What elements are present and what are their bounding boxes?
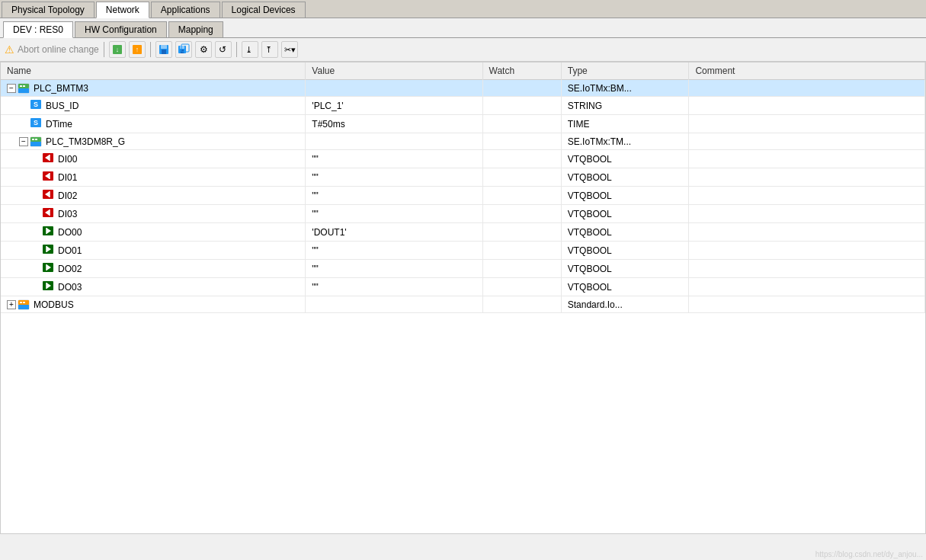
cell-comment (689, 187, 925, 205)
svg-rect-28 (32, 139, 34, 140)
tab-hw-configuration[interactable]: HW Configuration (75, 21, 167, 37)
cell-comment (689, 278, 925, 296)
toolbar-btn-tools[interactable]: ✂▾ (281, 41, 298, 58)
cell-value: "" (306, 187, 482, 205)
cell-name: DI00 (1, 150, 306, 168)
cell-watch (482, 223, 561, 242)
cell-name: DO02 (1, 260, 306, 278)
svg-text:↺: ↺ (219, 44, 226, 55)
svg-text:S: S (34, 119, 38, 126)
svg-text:S: S (34, 101, 38, 108)
cell-watch (482, 260, 561, 278)
cell-name: DO01 (1, 242, 306, 260)
cell-value: "" (306, 260, 482, 278)
expand-placeholder (31, 228, 40, 237)
collapse-btn[interactable]: − (7, 84, 16, 93)
cell-name: DI01 (1, 168, 306, 187)
table-row[interactable]: DO01""VTQBOOL (1, 242, 925, 260)
svg-rect-27 (30, 142, 41, 146)
var-in-icon (42, 206, 54, 221)
cell-comment (689, 115, 925, 133)
cell-watch (482, 80, 561, 97)
cell-watch (482, 205, 561, 223)
cell-type: SE.IoTMx:BM... (561, 80, 689, 97)
toolbar-btn-save2[interactable] (175, 41, 192, 58)
cell-value: "" (306, 168, 482, 187)
main-content: Name Value Watch Type Comment − PLC_BMTM… (0, 62, 926, 534)
str-icon: S (30, 98, 42, 113)
table-row[interactable]: S DTimeT#50msTIME (1, 115, 925, 133)
cell-name-text: MODBUS (34, 299, 74, 310)
toolbar-btn-expand[interactable]: ⤓ (242, 41, 258, 58)
cell-comment (689, 168, 925, 187)
table-row[interactable]: DI00""VTQBOOL (1, 150, 925, 168)
sub-tab-bar: DEV : RES0 HW Configuration Mapping (0, 18, 926, 38)
cell-value (306, 133, 482, 150)
table-row[interactable]: − PLC_TM3DM8R_GSE.IoTMx:TM... (1, 133, 925, 150)
expand-placeholder (31, 173, 40, 182)
tab-mapping[interactable]: Mapping (168, 21, 223, 37)
tab-network[interactable]: Network (96, 2, 149, 18)
var-in-icon (42, 188, 54, 203)
svg-text:↓: ↓ (116, 46, 120, 53)
table-row[interactable]: DO02""VTQBOOL (1, 260, 925, 278)
svg-rect-56 (18, 305, 29, 309)
toolbar-btn-export[interactable]: ↑ (129, 41, 146, 58)
cell-comment (689, 223, 925, 242)
tab-logical-devices[interactable]: Logical Devices (222, 2, 306, 18)
cell-value: "" (306, 150, 482, 168)
toolbar-btn-import[interactable]: ↓ (109, 41, 126, 58)
cell-type: VTQBOOL (561, 187, 689, 205)
cell-watch (482, 296, 561, 313)
var-in-icon (42, 152, 54, 166)
cell-watch (482, 278, 561, 296)
cell-name-text: PLC_BMTM3 (34, 83, 88, 94)
table-row[interactable]: DI01""VTQBOOL (1, 168, 925, 187)
svg-rect-29 (35, 139, 37, 140)
table-row[interactable]: S BUS_ID'PLC_1'STRING (1, 97, 925, 115)
toolbar-btn-save[interactable] (155, 41, 172, 58)
table-row[interactable]: DI03""VTQBOOL (1, 205, 925, 223)
cell-name: DO03 (1, 278, 306, 296)
svg-rect-19 (20, 85, 22, 87)
svg-text:⚙: ⚙ (200, 44, 208, 55)
separator-3 (236, 42, 237, 57)
expand-placeholder (19, 101, 28, 110)
cell-watch (482, 187, 561, 205)
cell-comment (689, 150, 925, 168)
col-header-type: Type (561, 62, 689, 80)
cell-comment (689, 260, 925, 278)
cell-comment (689, 296, 925, 313)
table-row[interactable]: DO00'DOUT1'VTQBOOL (1, 223, 925, 242)
toolbar-btn-collapse[interactable]: ⤒ (261, 41, 278, 58)
table-row[interactable]: DI02""VTQBOOL (1, 187, 925, 205)
expand-placeholder (31, 191, 40, 200)
cell-name: DI03 (1, 205, 306, 223)
abort-label: Abort online change (18, 44, 99, 55)
expand-placeholder (31, 264, 40, 274)
cell-value: T#50ms (306, 115, 482, 133)
tab-physical-topology[interactable]: Physical Topology (2, 2, 95, 18)
svg-text:↑: ↑ (136, 46, 139, 53)
expand-btn[interactable]: + (7, 300, 16, 309)
cell-value (306, 296, 482, 313)
cell-comment (689, 80, 925, 97)
modbus-icon (18, 299, 30, 311)
collapse-btn[interactable]: − (19, 137, 28, 146)
table-row[interactable]: + MODBUSStandard.Io... (1, 296, 925, 313)
toolbar-btn-settings[interactable]: ⚙ (195, 41, 212, 58)
cell-watch (482, 150, 561, 168)
table-row[interactable]: − PLC_BMTM3SE.IoTMx:BM... (1, 80, 925, 97)
cell-watch (482, 115, 561, 133)
toolbar-btn-refresh[interactable]: ↺ (215, 41, 232, 58)
svg-rect-18 (18, 88, 29, 93)
svg-text:⤓: ⤓ (245, 45, 252, 54)
svg-text:✂▾: ✂▾ (284, 45, 296, 54)
cell-value: "" (306, 278, 482, 296)
table-row[interactable]: DO03""VTQBOOL (1, 278, 925, 296)
svg-rect-8 (180, 46, 184, 49)
cell-type: TIME (561, 115, 689, 133)
tab-dev-res0[interactable]: DEV : RES0 (3, 21, 73, 38)
expand-placeholder (31, 246, 40, 255)
tab-applications[interactable]: Applications (151, 2, 220, 18)
